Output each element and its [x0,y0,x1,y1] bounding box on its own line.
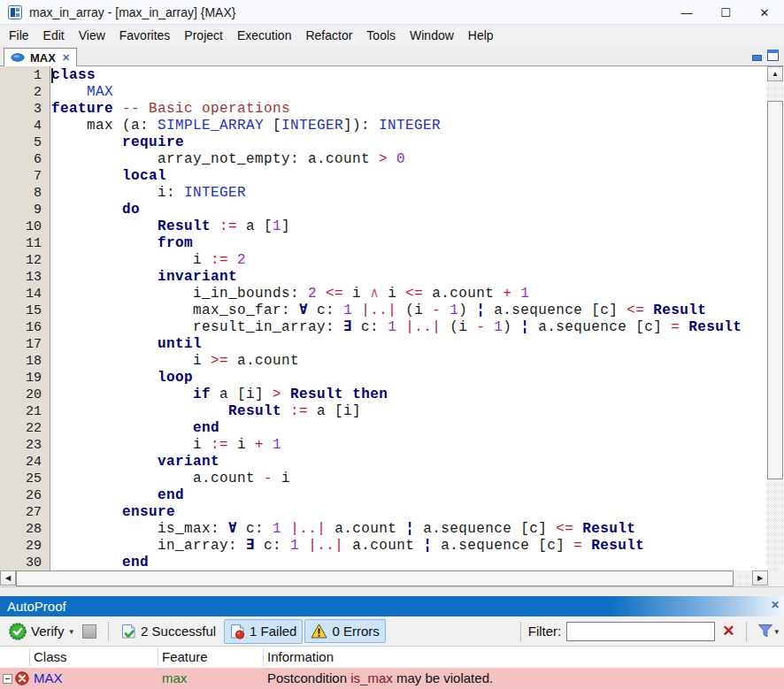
menu-item-refactor[interactable]: Refactor [298,26,359,45]
eiffelstudio-window: max_in_array - [max_in_array] {MAX} — ☐ … [0,0,784,689]
line-number-12: 12 [0,252,50,269]
line-number-4: 4 [0,118,50,134]
code-line-20[interactable]: if a [i] > Result then [51,387,766,403]
errors-label: 0 Errors [332,624,379,639]
code-line-6[interactable]: array_not_empty: a.count > 0 [51,151,766,168]
code-line-8[interactable]: i: INTEGER [51,185,766,202]
code-line-3[interactable]: feature -- Basic operations [51,101,766,118]
failed-counter-button[interactable]: 1 Failed [224,619,303,644]
menu-item-tools[interactable]: Tools [359,26,403,45]
code-line-17[interactable]: until [51,336,766,353]
code-line-1[interactable]: class [51,67,766,84]
scroll-right-arrow-icon[interactable]: ▶ [752,570,768,586]
code-line-30[interactable]: end [51,555,766,570]
menu-item-file[interactable]: File [2,26,36,45]
code-line-10[interactable]: Result := a [1] [51,218,766,235]
maximize-button[interactable]: ☐ [706,0,745,25]
expand-minus-icon[interactable] [3,674,12,684]
code-line-28[interactable]: is_max: ∀ c: 1 |..| a.count ¦ a.sequence… [51,521,766,538]
vertical-scrollbar[interactable]: ▲ [767,66,783,570]
code-line-16[interactable]: result_in_array: ∃ c: 1 |..| (i - 1) ¦ a… [51,319,766,336]
result-feature-cell[interactable]: max [162,668,187,689]
app-icon [8,5,22,19]
autoproof-header[interactable]: AutoProof ✕ [0,596,784,616]
code-line-25[interactable]: a.count - i [51,471,766,487]
filter-input[interactable] [566,622,715,641]
line-number-18: 18 [0,353,50,370]
verify-label: Verify [31,624,65,639]
code-line-26[interactable]: end [51,487,766,504]
code-line-11[interactable]: from [51,235,766,252]
code-line-19[interactable]: loop [51,370,766,387]
tab-max[interactable]: MAX ✕ [4,48,77,66]
code-line-9[interactable]: do [51,202,766,218]
vertical-scroll-track[interactable] [767,81,783,570]
tab-close-icon[interactable]: ✕ [62,52,70,64]
line-number-5: 5 [0,134,50,151]
menu-item-window[interactable]: Window [403,26,461,45]
successful-label: 2 Successful [141,624,216,639]
line-number-1: 1 [0,67,50,84]
horizontal-scrollbar[interactable]: ◀ ▶ [0,570,768,586]
result-class-cell[interactable]: MAX [34,668,63,689]
column-header-class[interactable]: Class [34,647,67,668]
scrollbar-corner [768,570,784,586]
code-line-27[interactable]: ensure [51,504,766,521]
info-prefix: Postcondition [267,670,350,685]
line-number-8: 8 [0,185,50,202]
filter-clear-icon[interactable]: ✕ [722,622,734,640]
menu-item-view[interactable]: View [72,26,112,45]
result-info-cell[interactable]: Postcondition is_max may be violated. [267,668,493,689]
column-header-feature[interactable]: Feature [162,647,208,668]
line-number-6: 6 [0,151,50,168]
close-button[interactable]: ✕ [745,0,784,25]
vertical-scroll-thumb[interactable] [767,101,783,479]
verify-dropdown-icon[interactable]: ▾ [70,627,74,636]
verify-button[interactable]: Verify ▾ [5,621,77,642]
code-line-7[interactable]: local [51,168,766,185]
column-header-information[interactable]: Information [267,647,334,668]
menu-item-help[interactable]: Help [461,26,501,45]
code-line-5[interactable]: require [51,134,766,151]
code-line-21[interactable]: Result := a [i] [51,403,766,420]
autoproof-close-icon[interactable]: ✕ [771,599,780,611]
code-line-22[interactable]: end [51,420,766,437]
code-line-15[interactable]: max_so_far: ∀ c: 1 |..| (i - 1) ¦ a.sequ… [51,302,766,319]
code-area[interactable]: class MAXfeature -- Basic operations max… [51,66,766,570]
scroll-left-arrow-icon[interactable]: ◀ [0,570,16,586]
stop-button[interactable] [82,624,96,639]
code-line-4[interactable]: max (a: SIMPLE_ARRAY [INTEGER]): INTEGER [51,118,766,134]
successful-counter-button[interactable]: 2 Successful [115,619,222,644]
info-suffix: may be violated. [393,670,493,685]
funnel-dropdown-icon: ▾ [774,627,779,636]
horizontal-scroll-thumb[interactable] [16,570,734,586]
autoproof-title: AutoProof [7,599,66,614]
code-line-13[interactable]: invariant [51,269,766,286]
scroll-up-arrow-icon[interactable]: ▲ [767,66,783,81]
failed-result-row[interactable]: MAX max Postcondition is_max may be viol… [0,668,784,689]
code-line-29[interactable]: in_array: ∃ c: 1 |..| a.count ¦ a.sequen… [51,538,766,555]
code-line-12[interactable]: i := 2 [51,252,766,269]
code-line-18[interactable]: i >= a.count [51,353,766,370]
code-line-23[interactable]: i := i + 1 [51,437,766,454]
code-line-14[interactable]: i_in_bounds: 2 <= i ∧ i <= a.count + 1 [51,286,766,302]
pane-minimize-icon[interactable] [752,55,762,61]
menu-item-project[interactable]: Project [177,26,230,45]
filter-funnel-button[interactable]: ▾ [757,624,779,639]
minimize-button[interactable]: — [667,0,706,25]
menu-item-edit[interactable]: Edit [36,26,72,45]
menu-item-execution[interactable]: Execution [230,26,298,45]
pane-maximize-icon[interactable] [767,50,779,61]
menu-item-favorites[interactable]: Favorites [112,26,178,45]
code-editor: 1234567891011121314151617181920212223242… [0,66,784,596]
filter-label: Filter: [528,624,562,639]
line-number-2: 2 [0,84,50,101]
header-divider [158,648,158,666]
filter-group: Filter: ✕ ▾ [520,622,779,641]
tab-label: MAX [30,51,56,65]
code-line-2[interactable]: MAX [51,84,766,101]
errors-counter-button[interactable]: 0 Errors [304,619,385,643]
code-line-24[interactable]: variant [51,454,766,471]
editor-bottom-gap [0,586,784,596]
toolbar-separator [108,622,109,641]
